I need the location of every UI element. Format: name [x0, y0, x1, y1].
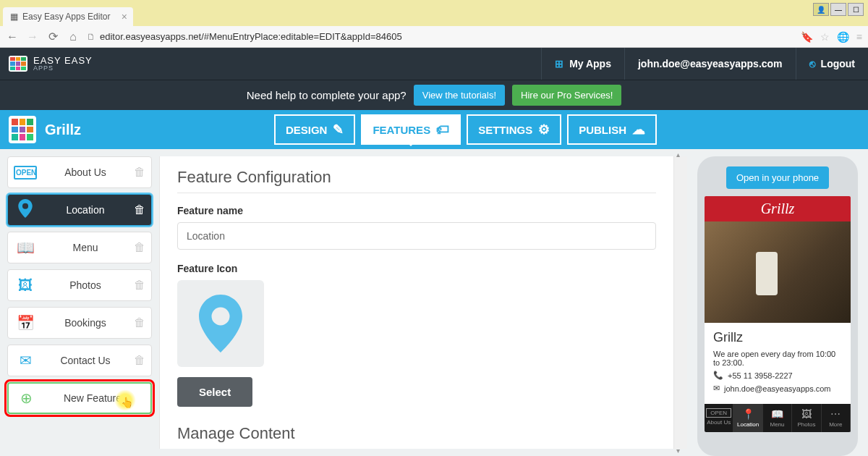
- trash-icon[interactable]: 🗑: [134, 203, 145, 216]
- phone-tab-bar: OPENAbout Us 📍Location 📖Menu 🖼Photos ⋯Mo…: [705, 404, 851, 432]
- scroll-down-icon[interactable]: ▾: [676, 447, 680, 455]
- feature-icon-preview: [177, 280, 264, 367]
- minimize-button[interactable]: —: [830, 3, 846, 16]
- phone-tab-photos[interactable]: 🖼Photos: [792, 404, 821, 432]
- phone-tab-about[interactable]: OPENAbout Us: [705, 404, 733, 432]
- grid-icon: ⊞: [555, 58, 563, 69]
- logout-label: Logout: [821, 58, 855, 69]
- phone-tab-menu[interactable]: 📖Menu: [763, 404, 792, 432]
- phone-hours: We are open every day from 10:00 to 23:0…: [713, 350, 842, 367]
- image-icon: 🖼: [14, 277, 37, 294]
- globe-icon[interactable]: 🌐: [837, 31, 849, 43]
- forward-icon[interactable]: →: [26, 30, 39, 43]
- app-icon: [9, 116, 36, 143]
- close-icon[interactable]: ×: [122, 11, 127, 22]
- open-phone-button[interactable]: Open in your phone: [726, 166, 829, 189]
- open-sign-icon: OPEN: [706, 408, 731, 418]
- sidebar-item-photos[interactable]: 🖼 Photos 🗑: [7, 269, 152, 301]
- phone-app-title: Grillz: [713, 330, 842, 345]
- reload-icon[interactable]: ⟳: [46, 30, 59, 43]
- scroll-up-icon[interactable]: ▴: [676, 151, 680, 159]
- content-panel: Feature Configuration Feature name Featu…: [159, 156, 674, 449]
- logout-link[interactable]: ⎋ Logout: [796, 48, 868, 80]
- tab-design[interactable]: DESIGN ✎: [274, 114, 356, 145]
- trash-icon[interactable]: 🗑: [134, 354, 145, 367]
- pin-icon: 📍: [735, 408, 760, 420]
- calendar-icon: 📅: [14, 314, 37, 332]
- url-input[interactable]: 🗋 editor.easyeasyapps.net/#MenuEntryPlac…: [87, 31, 793, 42]
- phone-header: Grillz: [705, 196, 851, 221]
- maximize-button[interactable]: ☐: [848, 3, 864, 16]
- book-icon: 📖: [14, 239, 37, 256]
- pin-icon: [14, 199, 37, 221]
- sidebar-item-location[interactable]: Location 🗑: [7, 194, 152, 226]
- tab-settings[interactable]: SETTINGS ⚙: [467, 114, 561, 145]
- menu-icon[interactable]: ≡: [856, 31, 862, 43]
- phone-screen: Grillz Grillz We are open every day from…: [705, 196, 851, 432]
- user-icon[interactable]: 👤: [813, 3, 829, 16]
- feature-sidebar: OPEN About Us 🗑 Location 🗑 📖 Menu 🗑 🖼 Ph…: [0, 149, 159, 456]
- sidebar-item-contact[interactable]: ✉ Contact Us 🗑: [7, 345, 152, 376]
- tutorials-button[interactable]: View the tutorials!: [414, 85, 505, 106]
- app-top-bar: EASY EASY APPS ⊞ My Apps john.doe@easyea…: [0, 48, 868, 80]
- home-icon[interactable]: ⌂: [67, 30, 80, 43]
- app-name: Grillz: [45, 122, 265, 138]
- envelope-icon: ✉: [713, 384, 720, 393]
- feature-icon-label: Feature Icon: [177, 263, 656, 274]
- logout-icon: ⎋: [809, 58, 815, 69]
- feature-name-label: Feature name: [177, 205, 656, 216]
- trash-icon[interactable]: 🗑: [134, 241, 145, 254]
- tab-features[interactable]: FEATURES 🏷: [361, 114, 461, 145]
- tab-publish[interactable]: PUBLISH ☁: [567, 114, 657, 145]
- phone-email: ✉john.doe@easyeasyapps.com: [713, 384, 842, 393]
- address-bar: ← → ⟳ ⌂ 🗋 editor.easyeasyapps.net/#MenuE…: [0, 26, 868, 48]
- bookmark-icon[interactable]: 🔖: [801, 31, 813, 43]
- user-email[interactable]: john.doe@easyeasyapps.com: [624, 48, 796, 80]
- page-icon: 🗋: [87, 32, 95, 42]
- envelope-icon: ✉: [14, 352, 37, 369]
- sidebar-item-menu[interactable]: 📖 Menu 🗑: [7, 232, 152, 263]
- my-apps-label: My Apps: [569, 58, 611, 69]
- plus-circle-icon: ⊕: [14, 389, 38, 407]
- select-icon-button[interactable]: Select: [177, 377, 252, 407]
- phone-hero-image: [705, 221, 851, 323]
- cloud-upload-icon: ☁: [632, 122, 645, 138]
- phone-tab-more[interactable]: ⋯More: [822, 404, 851, 432]
- phone-icon: 📞: [713, 371, 723, 380]
- help-bar: Need help to complete your app? View the…: [0, 80, 868, 110]
- phone-number: 📞+55 11 3958-2227: [713, 371, 842, 380]
- sidebar-item-about[interactable]: OPEN About Us 🗑: [7, 156, 152, 188]
- sidebar-item-bookings[interactable]: 📅 Bookings 🗑: [7, 307, 152, 339]
- browser-tab[interactable]: ▦ Easy Easy Apps Editor ×: [3, 7, 133, 26]
- scrollbar[interactable]: ▴ ▾: [674, 156, 687, 449]
- pin-icon: [199, 295, 242, 352]
- manage-heading: Manage Content: [177, 424, 656, 443]
- image-icon: 🖼: [793, 408, 819, 420]
- browser-tab-strip: ▦ Easy Easy Apps Editor × 👤 — ☐: [0, 0, 868, 26]
- star-icon[interactable]: ☆: [820, 31, 830, 43]
- tab-favicon: ▦: [10, 12, 18, 22]
- pro-services-button[interactable]: Hire our Pro Services!: [512, 85, 621, 106]
- trash-icon[interactable]: 🗑: [134, 316, 145, 329]
- brand-logo[interactable]: EASY EASY APPS: [9, 56, 93, 72]
- open-sign-icon: OPEN: [14, 166, 37, 180]
- url-text: editor.easyeasyapps.net/#MenuEntryPlace:…: [100, 31, 402, 42]
- trash-icon[interactable]: 🗑: [134, 279, 145, 292]
- logo-icon: [9, 56, 27, 72]
- main-area: OPEN About Us 🗑 Location 🗑 📖 Menu 🗑 🖼 Ph…: [0, 149, 868, 456]
- phone-tab-location[interactable]: 📍Location: [733, 404, 762, 432]
- user-email-label: john.doe@easyeasyapps.com: [638, 58, 783, 69]
- new-feature-button[interactable]: ⊕ New Feature 👆: [7, 382, 152, 414]
- more-icon: ⋯: [823, 408, 848, 420]
- tag-icon: 🏷: [436, 122, 449, 138]
- trash-icon[interactable]: 🗑: [134, 166, 145, 179]
- brand-line2: APPS: [33, 65, 93, 72]
- cursor-icon: 👆: [121, 397, 133, 408]
- book-icon: 📖: [765, 408, 790, 420]
- main-nav: Grillz DESIGN ✎ FEATURES 🏷 SETTINGS ⚙ PU…: [0, 110, 868, 149]
- tab-title: Easy Easy Apps Editor: [22, 12, 110, 22]
- feature-name-input[interactable]: [177, 222, 656, 250]
- my-apps-link[interactable]: ⊞ My Apps: [541, 48, 624, 80]
- phone-preview: Open in your phone Grillz Grillz We are …: [687, 149, 868, 456]
- back-icon[interactable]: ←: [6, 30, 19, 43]
